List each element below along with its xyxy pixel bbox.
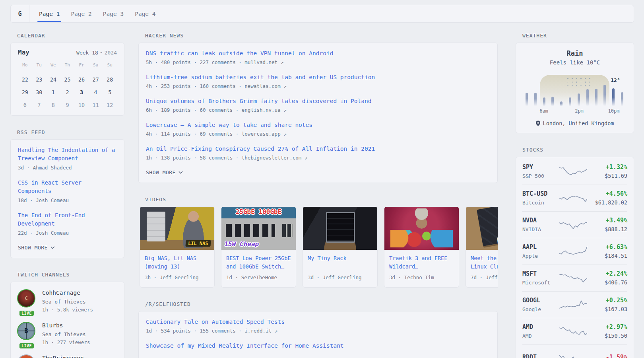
- weather-current-temp: 12°: [611, 77, 620, 83]
- twitch-channel-name[interactable]: ThePrimeagen: [42, 354, 84, 358]
- calendar-day: 25: [60, 74, 75, 85]
- page-tab[interactable]: Page 4: [135, 5, 155, 22]
- calendar-day: 5: [103, 87, 117, 98]
- calendar-day: 12: [103, 100, 117, 111]
- show-more-label: SHOW MORE: [146, 169, 176, 175]
- top-nav-bar: G Page 1 Page 2 Page 3 Page 4: [10, 5, 634, 23]
- twitch-channel-info: CohhCarnage Sea of Thieves 1h · 5.8k vie…: [42, 289, 93, 313]
- stock-sparkline: [559, 165, 587, 178]
- stock-change-percent: +2.24%: [588, 270, 627, 278]
- stock-values: +2.24% $406.76: [588, 270, 627, 286]
- twitch-channel-name[interactable]: Blurbs: [42, 322, 90, 329]
- reddit-section: /R/SELFHOSTED Cautionary Tale on Automat…: [138, 301, 498, 358]
- calendar-day: 26: [74, 74, 89, 85]
- hacker-news-item-title[interactable]: DNS traffic can leak outside the VPN tun…: [146, 49, 490, 57]
- stock-price: $511.69: [588, 173, 627, 179]
- twitch-avatar-wrap[interactable]: LIVE: [17, 289, 36, 313]
- twitch-widget: LIVE CohhCarnage Sea of Thieves 1h · 5.8…: [10, 282, 124, 358]
- video-meta: 7d · Jeff Geerling: [471, 274, 498, 280]
- weather-hourly-chart: 12°: [522, 69, 627, 106]
- stock-change-percent: +2.97%: [588, 323, 627, 331]
- weather-bar: [526, 93, 528, 106]
- weather-bar: [551, 97, 554, 106]
- calendar-day-grid: 22 23 24 25 26 27 28 29 30 1: [18, 74, 117, 111]
- hacker-news-item-title[interactable]: Lowercase – A simple way to take and sha…: [146, 121, 490, 129]
- page-tab[interactable]: Page 3: [103, 5, 124, 22]
- weather-feels-like: Feels like 10°C: [522, 59, 627, 66]
- video-thumbnail[interactable]: [384, 207, 459, 250]
- hacker-news-item-title[interactable]: Unique volumes of Brothers Grimm fairy t…: [146, 97, 490, 105]
- rss-section: RSS FEED Handling The Indentation of a T…: [10, 129, 124, 258]
- twitch-channel-row[interactable]: LIVE CohhCarnage Sea of Thieves 1h · 5.8…: [17, 289, 118, 313]
- video-card-body: Big NAS, Lil NAS (moving 13) 3h · Jeff G…: [140, 250, 214, 280]
- weather-condition: Rain: [522, 49, 627, 57]
- rss-widget: Handling The Indentation of a Treeview C…: [10, 139, 124, 258]
- calendar-weekday-row: MoTuWeThFrSaSu: [18, 62, 117, 69]
- video-title[interactable]: Traefik 3 and FREE Wildcard…: [389, 254, 454, 271]
- reddit-item-title[interactable]: Showcase of my Mixed Reality Interface f…: [146, 342, 490, 350]
- video-title[interactable]: My Tiny Rack: [308, 254, 372, 271]
- twitch-avatar-wrap[interactable]: LIVE: [17, 322, 36, 346]
- twitch-channel-row[interactable]: LIVE Blurbs Sea of Thieves 1h · 277 view…: [17, 322, 118, 346]
- stock-name: Microsoft: [522, 279, 559, 286]
- video-thumbnail[interactable]: [303, 207, 377, 250]
- page-tab[interactable]: Page 1: [39, 5, 60, 22]
- hacker-news-section-label: HACKER NEWS: [145, 33, 498, 39]
- hacker-news-item-title[interactable]: An Oil Price-Fixing Conspiracy Caused 27…: [146, 145, 490, 153]
- video-card: LIL NAS Big NAS, Lil NAS (moving 13) 3h …: [140, 206, 215, 288]
- video-thumbnail[interactable]: LIL NAS: [140, 207, 214, 250]
- rss-item-title[interactable]: The End of Front-End Development: [18, 211, 117, 228]
- page-tabs: Page 1 Page 2 Page 3 Page 4: [29, 5, 156, 22]
- stock-row: MSFT Microsoft +2.24% $406.76: [522, 265, 627, 291]
- hacker-news-list: DNS traffic can leak outside the VPN tun…: [146, 49, 490, 161]
- video-title[interactable]: BEST Low Power 25GbE and 100GbE Switch…: [226, 254, 291, 271]
- calendar-header: May Week 18•2024: [18, 49, 117, 56]
- calendar-day: 2: [60, 87, 75, 98]
- right-column: WEATHER Rain Feels like 10°C 12° 6am 2pm…: [516, 33, 634, 358]
- video-card-body: My Tiny Rack 3d · Jeff Geerling: [303, 250, 377, 280]
- video-thumbnail[interactable]: FAS: [466, 207, 498, 250]
- middle-column: HACKER NEWS DNS traffic can leak outside…: [138, 33, 498, 358]
- page-tab-label: Page 3: [103, 11, 124, 17]
- rss-item-meta: 3d · Ahmad Shadeed: [18, 164, 117, 171]
- hacker-news-item-title[interactable]: Lithium-free sodium batteries exit the l…: [146, 73, 490, 81]
- videos-row: LIL NAS Big NAS, Lil NAS (moving 13) 3h …: [138, 206, 498, 288]
- live-badge: LIVE: [19, 343, 34, 348]
- hacker-news-item-meta: 1h · 138 points · 58 comments · thebigne…: [146, 154, 490, 161]
- twitch-channel-category[interactable]: Sea of Thieves: [42, 298, 93, 305]
- app-logo[interactable]: G: [11, 5, 29, 22]
- stock-values: +1.32% $511.69: [588, 163, 627, 179]
- weather-bar: [578, 93, 580, 106]
- time-label: 10pm: [608, 108, 620, 114]
- hacker-news-section: HACKER NEWS DNS traffic can leak outside…: [138, 33, 498, 183]
- video-meta: 3d · Jeff Geerling: [308, 274, 372, 280]
- twitch-channel-info: ThePrimeagen: [42, 354, 84, 358]
- weather-bar: [621, 92, 623, 106]
- calendar-day: 27: [89, 74, 103, 85]
- twitch-channel-category[interactable]: Sea of Thieves: [42, 331, 90, 338]
- separator-dot: •: [100, 50, 103, 56]
- reddit-item-title[interactable]: Cautionary Tale on Automated Speed Tests: [146, 318, 490, 326]
- rss-item: CSS in React Server Components 18d · Jos…: [18, 179, 117, 204]
- twitch-avatar-wrap[interactable]: [17, 354, 36, 358]
- calendar-day: 11: [89, 100, 103, 111]
- twitch-channel-row[interactable]: ThePrimeagen: [17, 354, 118, 358]
- video-title[interactable]: Meet the fastest Linux Clu…: [471, 254, 498, 271]
- weather-bars: [526, 85, 623, 106]
- stock-name: AMD: [522, 333, 559, 339]
- page-tab[interactable]: Page 2: [71, 5, 91, 22]
- video-thumbnail[interactable]: 25GbE 100GbE 15W Cheap: [221, 207, 296, 250]
- video-title[interactable]: Big NAS, Lil NAS (moving 13): [145, 254, 209, 271]
- stock-row: NVDA NVIDIA +3.49% $888.12: [522, 211, 627, 238]
- rss-item-title[interactable]: Handling The Indentation of a Treeview C…: [18, 146, 117, 163]
- location-pin-icon: [536, 121, 540, 126]
- hacker-news-show-more-button[interactable]: SHOW MORE: [146, 169, 490, 178]
- calendar-day: 9: [60, 100, 75, 111]
- hacker-news-item: Lithium-free sodium batteries exit the l…: [146, 73, 490, 90]
- calendar-day: 8: [46, 100, 60, 111]
- rss-show-more-button[interactable]: SHOW MORE: [18, 244, 117, 253]
- thumbnail-dim-overlay: [466, 207, 498, 250]
- rss-item-title[interactable]: CSS in React Server Components: [18, 179, 117, 195]
- twitch-channel-name[interactable]: CohhCarnage: [42, 289, 93, 297]
- chevron-down-icon: [50, 246, 55, 249]
